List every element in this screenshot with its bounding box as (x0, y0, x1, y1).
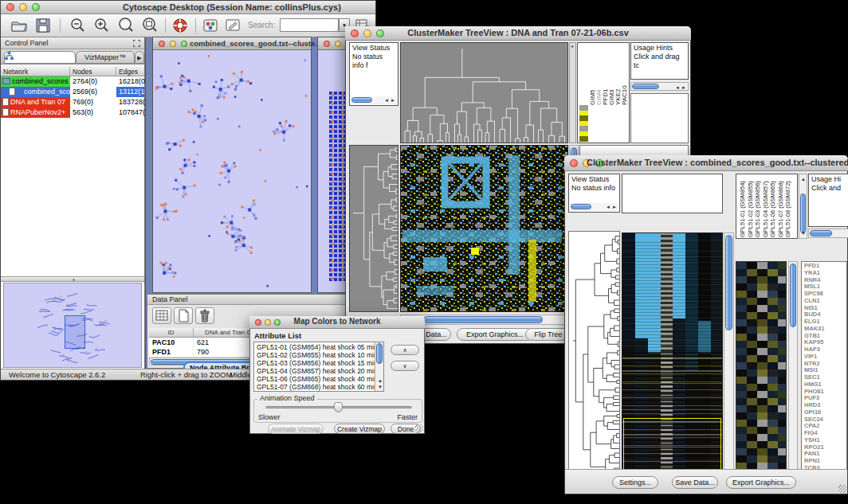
main-heatmap[interactable] (622, 232, 723, 484)
settings-button[interactable]: Settings... (612, 476, 658, 489)
save-data-button[interactable]: Save Data... (672, 476, 718, 489)
close-icon[interactable] (6, 3, 14, 11)
network-row[interactable]: DNA and Tran 07 769(0) 183728(0) (1, 97, 144, 107)
tab-network[interactable]: Network (4, 51, 76, 64)
float-panel-icon[interactable] (133, 40, 140, 47)
network-name: combined_sco (24, 88, 70, 96)
create-vizmap-button[interactable]: Create Vizmap (334, 424, 385, 434)
animate-vizmap-button[interactable]: Animate Vizmap (268, 424, 324, 434)
rotated-gene-label: GIM4 (595, 45, 602, 105)
tab-overflow-button[interactable]: ▶ (135, 51, 144, 64)
zoom-fit-icon[interactable] (141, 18, 159, 33)
zoom-selected-icon[interactable] (117, 18, 135, 33)
export-graphics-button[interactable]: Export Graphics... (726, 476, 796, 489)
minimize-icon[interactable] (335, 41, 341, 47)
dendrogram-splitter[interactable]: ▸ (569, 42, 576, 143)
column-labels-panel: GPL51-01 (GSM854)GPL51-02 (GSM855)GPL51-… (736, 174, 798, 239)
zoom-heatmap[interactable] (736, 261, 787, 484)
resize-grip[interactable] (415, 424, 423, 432)
network-graph-canvas[interactable] (153, 50, 311, 292)
network-view-titlebar[interactable]: combined_scores_good.txt--cluste... (153, 37, 311, 50)
window-controls[interactable] (6, 3, 40, 11)
column-dendrogram-area[interactable] (622, 174, 723, 213)
close-icon[interactable] (570, 159, 578, 167)
attribute-list-scrollbar[interactable]: ▲▼ (375, 342, 383, 391)
data-panel-header: Data Panel (147, 295, 371, 305)
zoom-window-icon[interactable] (32, 3, 40, 11)
zoom-window-icon[interactable] (181, 41, 187, 47)
move-down-button[interactable]: ∨ (391, 361, 419, 371)
zoom-vscrollbar[interactable]: ▲▼ (788, 261, 798, 484)
table-mode-button[interactable] (152, 307, 171, 324)
search-input[interactable] (280, 18, 339, 32)
export-graphics-button[interactable]: Export Graphics... (457, 328, 533, 341)
slider-thumb[interactable] (334, 402, 343, 412)
column-header-id[interactable]: ID (149, 328, 194, 338)
dialog-title: Map Colors to Network (249, 317, 425, 326)
treeview1-titlebar[interactable]: ClusterMaker TreeView : DNA and Tran 07-… (345, 26, 691, 41)
network-file-icon (9, 88, 15, 96)
column-labels-scrollbar[interactable]: ▲▼ (799, 174, 807, 239)
network-row[interactable]: combined_scores 2764(0) 16218(0) (1, 76, 144, 87)
row-dendrogram[interactable] (568, 231, 620, 484)
attribute-item[interactable]: GPL51-06 (GSM865) heat shock 40 min (254, 375, 374, 383)
network-row[interactable]: RNAPuberNov2+ 563(0) 107847(0) (1, 107, 144, 118)
column-header-network[interactable]: Network (1, 67, 70, 76)
row-id: PFD1 (149, 347, 194, 357)
column-dendrogram[interactable] (400, 42, 568, 143)
rotated-gene-label: GIM5 (589, 45, 595, 105)
toolbar-separator (195, 18, 196, 33)
zoom-out-icon[interactable] (69, 18, 87, 33)
treeview2-titlebar[interactable]: ClusterMaker TreeView : combined_scores_… (564, 155, 848, 171)
attribute-item[interactable]: GPL51-03 (GSM856) heat shock 15 min (254, 359, 374, 367)
column-header-nodes[interactable]: Nodes (70, 67, 116, 76)
view-status-scrollbar[interactable]: ◄► (351, 96, 397, 104)
network-tab-icon (5, 52, 14, 61)
open-file-icon[interactable] (10, 18, 28, 33)
attribute-item[interactable]: GPL51-02 (GSM855) heat shock 10 min (254, 351, 374, 359)
attribute-item[interactable]: GPL51-07 (GSM868) heat shock 60 min (254, 383, 374, 391)
usage-hints-scrollbar[interactable] (808, 229, 848, 238)
birdseye-view[interactable] (3, 283, 142, 368)
panel-divider[interactable] (1, 276, 144, 282)
column-header-edges[interactable]: Edges (116, 67, 145, 76)
help-lifebuoy-icon[interactable] (171, 18, 189, 33)
network-nodes-count: 563(0) (70, 107, 116, 118)
usage-hints-scrollbar[interactable]: ◄► (630, 82, 689, 91)
row-dendrogram[interactable] (349, 145, 398, 312)
attribute-listbox[interactable]: GPL51-01 (GSM854) heat shock 05 minGPL51… (253, 342, 384, 392)
rotated-array-label: GPL51-01 (GSM854) (739, 174, 747, 237)
minimize-icon[interactable] (19, 3, 27, 11)
save-icon[interactable] (34, 18, 52, 33)
minimize-icon[interactable] (170, 41, 176, 47)
animation-speed-group: Animation Speed Slower Faster (253, 399, 422, 423)
dialog-titlebar[interactable]: Map Colors to Network (249, 316, 425, 329)
move-up-button[interactable]: ∧ (391, 345, 419, 355)
birdseye-viewport-rect[interactable] (65, 315, 85, 349)
close-icon[interactable] (159, 41, 165, 47)
main-heatmap[interactable] (400, 145, 568, 312)
usage-hints-text: Click and drag tc (634, 53, 685, 70)
annotation-icon[interactable] (224, 18, 241, 33)
control-panel-tabbar: Network VizMapper™ ▶ (1, 49, 144, 64)
main-titlebar[interactable]: Cytoscape Desktop (Session Name: collins… (1, 1, 375, 14)
zoom-in-icon[interactable] (93, 18, 111, 33)
row-id: PAC10 (149, 338, 194, 347)
view-status-scrollbar[interactable]: ◄► (570, 203, 618, 211)
vizmapper-icon[interactable] (202, 18, 219, 33)
tab-vizmapper[interactable]: VizMapper™ (76, 51, 135, 64)
heatmap-vscrollbar[interactable]: ▲▼ (724, 232, 734, 484)
attribute-item[interactable]: GPL51-04 (GSM857) heat shock 20 min (254, 367, 374, 375)
resize-grip[interactable] (838, 485, 846, 493)
network-row[interactable]: combined_sco 2569(6) 13112(15) (1, 87, 144, 97)
new-attribute-button[interactable] (174, 307, 193, 324)
network-view-window: combined_scores_good.txt--cluste... (152, 37, 312, 293)
rotated-array-label: GPL51-06 (GSM865) (769, 174, 777, 237)
treeview2-window: ClusterMaker TreeView : combined_scores_… (564, 155, 848, 494)
view-status-text: No status info (571, 184, 617, 193)
close-icon[interactable] (324, 41, 330, 47)
attribute-item[interactable]: GPL51-01 (GSM854) heat shock 05 min (254, 343, 374, 351)
dialog-body: Attribute List GPL51-01 (GSM854) heat sh… (249, 329, 425, 434)
delete-attribute-trash-icon[interactable] (195, 307, 214, 324)
main-window-title: Cytoscape Desktop (Session Name: collins… (123, 2, 341, 12)
